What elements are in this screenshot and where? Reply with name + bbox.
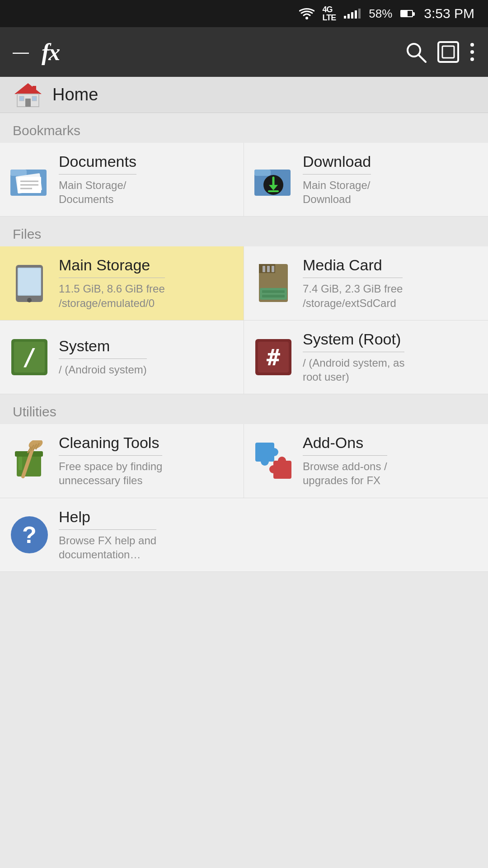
files-item-system[interactable]: / System / (Android system) — [0, 321, 244, 394]
add-ons-title: Add-Ons — [303, 434, 387, 452]
media-card-icon — [253, 263, 294, 304]
svg-rect-9 — [33, 86, 36, 92]
files-item-system-root[interactable]: # System (Root) / (Android system, asroo… — [244, 321, 488, 394]
svg-rect-30 — [19, 269, 40, 295]
system-root-text: System (Root) / (Android system, asroot … — [303, 330, 404, 384]
svg-point-60 — [278, 457, 286, 465]
download-text: Download Main Storage/Download — [303, 153, 371, 206]
svg-rect-12 — [19, 96, 24, 101]
svg-rect-22 — [254, 170, 271, 176]
svg-rect-4 — [442, 46, 454, 58]
wifi-icon — [299, 8, 314, 19]
search-icon[interactable] — [404, 40, 427, 64]
help-question-icon: ? — [11, 516, 48, 553]
help-subtitle: Browse FX help anddocumentation… — [59, 533, 156, 561]
svg-point-5 — [470, 43, 474, 47]
main-storage-text: Main Storage 11.5 GiB, 8.6 GiB free/stor… — [59, 256, 165, 310]
svg-rect-39 — [262, 295, 285, 297]
utilities-section-label: Utilities — [0, 394, 488, 424]
utilities-item-help[interactable]: ? Help Browse FX help anddocumentation… — [0, 498, 244, 571]
system-root-title: System (Root) — [303, 330, 404, 348]
svg-point-6 — [470, 50, 474, 54]
main-storage-icon — [9, 263, 50, 304]
system-root-subtitle: / (Android system, asroot user) — [303, 356, 404, 384]
media-card-title: Media Card — [303, 256, 403, 274]
download-subtitle: Main Storage/Download — [303, 178, 371, 206]
home-icon — [14, 81, 42, 108]
documents-text: Documents Main Storage/Documents — [59, 153, 136, 206]
svg-rect-13 — [32, 96, 37, 101]
help-title: Help — [59, 508, 156, 526]
gallery-icon[interactable] — [436, 40, 460, 64]
svg-point-31 — [27, 298, 32, 302]
utilities-row-1: Cleaning Tools Free space by findingunne… — [0, 424, 488, 498]
system-title: System — [59, 337, 147, 355]
svg-rect-3 — [438, 42, 458, 62]
system-icon: / — [9, 337, 50, 377]
help-icon: ? — [9, 514, 50, 555]
bookmarks-item-download[interactable]: Download Main Storage/Download — [244, 143, 488, 217]
main-storage-subtitle: 11.5 GiB, 8.6 GiB free/storage/emulated/… — [59, 282, 165, 310]
battery-percent: 58% — [369, 7, 392, 21]
documents-icon — [9, 159, 50, 200]
svg-rect-15 — [10, 170, 27, 176]
utilities-row-2: ? Help Browse FX help anddocumentation… — [0, 498, 488, 572]
status-time: 3:53 PM — [424, 6, 474, 21]
battery-icon — [400, 10, 413, 17]
svg-rect-37 — [260, 288, 287, 300]
main-storage-title: Main Storage — [59, 256, 165, 274]
download-title: Download — [303, 153, 371, 170]
svg-rect-38 — [262, 290, 285, 293]
add-ons-text: Add-Ons Browse add-ons /upgrades for FX — [303, 434, 387, 487]
cleaning-tools-title: Cleaning Tools — [59, 434, 162, 452]
cleaning-tools-text: Cleaning Tools Free space by findingunne… — [59, 434, 162, 487]
signal-bars-icon — [344, 9, 361, 19]
status-bar: 4GLTE 58% 3:53 PM — [0, 0, 488, 27]
download-icon — [253, 159, 294, 200]
help-text: Help Browse FX help anddocumentation… — [59, 508, 156, 561]
svg-rect-34 — [263, 266, 265, 272]
app-logo: fx — [42, 39, 395, 66]
utilities-item-add-ons[interactable]: Add-Ons Browse add-ons /upgrades for FX — [244, 424, 488, 497]
media-card-text: Media Card 7.4 GiB, 2.3 GiB free/storage… — [303, 256, 403, 310]
svg-point-7 — [470, 57, 474, 61]
svg-rect-48 — [19, 457, 22, 470]
cleaning-tools-icon — [9, 440, 50, 481]
svg-rect-35 — [267, 266, 270, 272]
home-label: Home — [52, 85, 98, 104]
svg-marker-8 — [14, 83, 42, 94]
files-item-media-card[interactable]: Media Card 7.4 GiB, 2.3 GiB free/storage… — [244, 246, 488, 320]
svg-rect-36 — [272, 266, 274, 272]
svg-rect-61 — [273, 461, 274, 462]
svg-point-0 — [305, 17, 308, 19]
files-item-main-storage[interactable]: Main Storage 11.5 GiB, 8.6 GiB free/stor… — [0, 246, 244, 320]
media-card-subtitle: 7.4 GiB, 2.3 GiB free/storage/extSdCard — [303, 282, 403, 310]
bookmarks-item-documents[interactable]: Documents Main Storage/Documents — [0, 143, 244, 217]
utilities-item-cleaning-tools[interactable]: Cleaning Tools Free space by findingunne… — [0, 424, 244, 497]
bookmarks-section-label: Bookmarks — [0, 113, 488, 143]
system-text: System / (Android system) — [59, 337, 147, 377]
home-breadcrumb[interactable]: Home — [0, 77, 488, 113]
add-ons-subtitle: Browse add-ons /upgrades for FX — [303, 459, 387, 487]
toolbar: — fx — [0, 27, 488, 77]
network-badge: 4GLTE — [323, 5, 336, 22]
menu-icon[interactable]: — — [13, 42, 29, 61]
files-grid: Main Storage 11.5 GiB, 8.6 GiB free/stor… — [0, 246, 488, 394]
svg-text:#: # — [267, 344, 280, 371]
documents-subtitle: Main Storage/Documents — [59, 178, 136, 206]
svg-point-59 — [269, 465, 277, 473]
bookmarks-grid: Documents Main Storage/Documents Downloa… — [0, 143, 488, 217]
system-subtitle: / (Android system) — [59, 363, 147, 377]
utilities-list: Cleaning Tools Free space by findingunne… — [0, 424, 488, 572]
svg-point-57 — [261, 458, 269, 466]
add-ons-icon — [253, 440, 294, 481]
files-section-label: Files — [0, 217, 488, 246]
svg-line-2 — [418, 55, 426, 62]
documents-title: Documents — [59, 153, 136, 170]
more-options-icon[interactable] — [469, 40, 475, 64]
cleaning-tools-subtitle: Free space by findingunnecessary files — [59, 459, 162, 487]
system-root-icon: # — [253, 337, 294, 377]
svg-rect-11 — [25, 99, 31, 107]
svg-text:/: / — [22, 344, 36, 371]
svg-point-56 — [270, 448, 278, 456]
